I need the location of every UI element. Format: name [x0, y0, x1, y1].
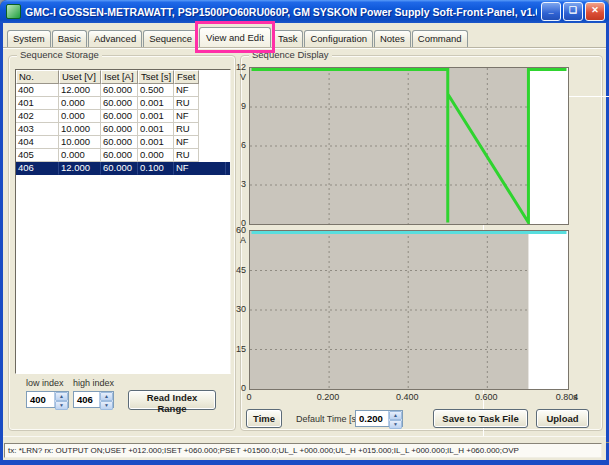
- titlebar[interactable]: GMC-I GOSSEN-METRAWATT, PSP1500PO60RU060…: [0, 0, 609, 23]
- table-cell: 0.000: [138, 149, 174, 162]
- table-cell: 60.000: [101, 162, 138, 175]
- table-cell: 10.000: [59, 136, 101, 149]
- table-cell: 403: [16, 123, 59, 136]
- high-index-spinner[interactable]: 406 ▲ ▼: [73, 391, 114, 408]
- sequence-storage-title: Sequence Storage: [17, 49, 102, 60]
- column-header: Iset [A]: [101, 70, 138, 84]
- low-index-value[interactable]: 400: [27, 392, 54, 407]
- maximize-button-icon[interactable]: ❏: [563, 2, 583, 21]
- default-time-spinner[interactable]: 0.200 ▲ ▼: [355, 410, 403, 427]
- tab-command[interactable]: Command: [412, 30, 468, 47]
- time-button[interactable]: Time: [246, 409, 282, 428]
- spin-up-icon[interactable]: ▲: [100, 392, 113, 401]
- table-cell: 401: [16, 97, 59, 110]
- table-cell: NF: [174, 84, 199, 97]
- table-cell: 0.000: [59, 149, 101, 162]
- table-cell: RU: [174, 149, 199, 162]
- table-cell: 60.000: [101, 136, 138, 149]
- chart-panel: [483, 96, 609, 443]
- table-row[interactable]: 40612.00060.0000.100NF: [16, 162, 230, 175]
- high-index-value[interactable]: 406: [74, 392, 99, 407]
- default-time-spin-buttons[interactable]: ▲ ▼: [388, 411, 402, 426]
- table-cell: 404: [16, 136, 59, 149]
- column-header: Tset [s]: [138, 70, 174, 84]
- sequence-storage-groupbox: Sequence Storage No.Uset [V]Iset [A]Tset…: [8, 55, 236, 431]
- minimize-button-icon[interactable]: _: [541, 2, 561, 21]
- close-button-icon[interactable]: ✕: [585, 2, 605, 21]
- table-row[interactable]: 40310.00060.0000.001RU: [16, 123, 230, 136]
- table-cell: 406: [16, 162, 59, 175]
- high-index-label: high index: [73, 378, 114, 388]
- high-index-spin-buttons[interactable]: ▲ ▼: [99, 392, 113, 407]
- table-cell: 0.000: [59, 110, 101, 123]
- read-index-range-button[interactable]: Read Index Range: [128, 390, 216, 410]
- table-cell: RU: [174, 123, 199, 136]
- app-window: GMC-I GOSSEN-METRAWATT, PSP1500PO60RU060…: [0, 0, 609, 465]
- table-cell: 12.000: [59, 162, 101, 175]
- tab-basic[interactable]: Basic: [52, 30, 87, 47]
- upload-button[interactable]: Upload: [536, 409, 589, 428]
- table-cell: 0.001: [138, 97, 174, 110]
- sequence-display-groupbox: Sequence Display Time Default Time [s] 0…: [240, 55, 603, 431]
- table-cell: NF: [174, 136, 199, 149]
- column-header: Uset [V]: [59, 70, 101, 84]
- table-cell: 60.000: [101, 149, 138, 162]
- spin-down-icon[interactable]: ▼: [389, 420, 402, 429]
- table-cell: 402: [16, 110, 59, 123]
- tab-advanced[interactable]: Advanced: [88, 30, 142, 47]
- table-row[interactable]: 4020.00060.0000.001NF: [16, 110, 230, 123]
- table-cell: 0.001: [138, 110, 174, 123]
- table-cell: 400: [16, 84, 59, 97]
- tab-system[interactable]: System: [7, 30, 51, 47]
- table-cell: NF: [174, 162, 226, 175]
- low-index-label: low index: [26, 378, 64, 388]
- tab-sequence[interactable]: Sequence: [143, 30, 198, 47]
- tab-task[interactable]: Task: [272, 30, 304, 47]
- table-cell: 60.000: [101, 97, 138, 110]
- status-bar: tx: *LRN? rx: OUTPUT ON;USET +012.000;IS…: [4, 443, 602, 458]
- table-cell: 0.001: [138, 136, 174, 149]
- table-cell: 405: [16, 149, 59, 162]
- table-cell: 0.000: [59, 97, 101, 110]
- table-cell: 60.000: [101, 123, 138, 136]
- table-row[interactable]: 40012.00060.0000.500NF: [16, 84, 230, 97]
- column-header: No.: [16, 70, 59, 84]
- table-row[interactable]: 4050.00060.0000.000RU: [16, 149, 230, 162]
- table-cell: 12.000: [59, 84, 101, 97]
- sequence-storage-table[interactable]: No.Uset [V]Iset [A]Tset [s]Fset40012.000…: [15, 69, 231, 374]
- window-title: GMC-I GOSSEN-METRAWATT, PSP1500PO60RU060…: [25, 6, 537, 18]
- window-body: SystemBasicAdvancedSequenceView and Edit…: [3, 23, 606, 459]
- table-cell: NF: [174, 110, 199, 123]
- app-icon: [6, 4, 21, 19]
- table-cell: 10.000: [59, 123, 101, 136]
- table-cell: 60.000: [101, 84, 138, 97]
- table-row[interactable]: 40410.00060.0000.001NF: [16, 136, 230, 149]
- table-cell: 0.500: [138, 84, 174, 97]
- column-header: Fset: [174, 70, 199, 84]
- spin-up-icon[interactable]: ▲: [55, 392, 68, 401]
- low-index-spinner[interactable]: 400 ▲ ▼: [26, 391, 69, 408]
- tab-notes[interactable]: Notes: [374, 30, 411, 47]
- status-area: tx: *LRN? rx: OUTPUT ON;USET +012.000;IS…: [3, 436, 606, 460]
- spin-down-icon[interactable]: ▼: [100, 401, 113, 410]
- default-time-value[interactable]: 0.200: [356, 411, 388, 426]
- low-index-spin-buttons[interactable]: ▲ ▼: [54, 392, 68, 407]
- spin-down-icon[interactable]: ▼: [55, 401, 68, 410]
- table-cell: RU: [174, 97, 199, 110]
- table-row[interactable]: 4010.00060.0000.001RU: [16, 97, 230, 110]
- table-cell: 0.100: [138, 162, 174, 175]
- default-time-label: Default Time [s]: [296, 414, 359, 424]
- table-cell: 60.000: [101, 110, 138, 123]
- save-to-task-file-button[interactable]: Save to Task File: [433, 409, 528, 428]
- table-cell: 0.001: [138, 123, 174, 136]
- tab-configuration[interactable]: Configuration: [304, 30, 373, 47]
- annotation-highlight-box: [195, 21, 275, 53]
- spin-up-icon[interactable]: ▲: [389, 411, 402, 420]
